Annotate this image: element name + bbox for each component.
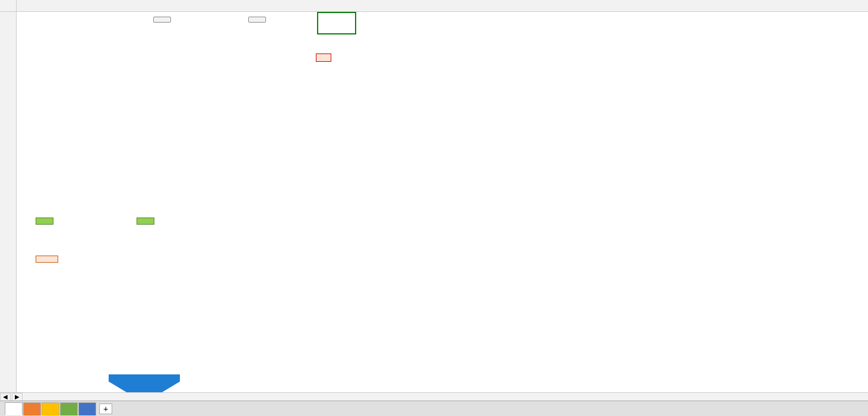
row-nums-sidebar [0, 12, 17, 392]
scroll-right-arrow[interactable]: ▶ [12, 393, 23, 401]
toggle-solution-button[interactable] [137, 218, 154, 225]
scroll-left-arrow[interactable]: ◀ [0, 393, 11, 401]
circles-container [394, 12, 868, 392]
tab-queryoptions[interactable] [78, 402, 96, 415]
tab-layout[interactable] [60, 402, 78, 415]
add-sheet-button[interactable]: + [99, 404, 112, 414]
show-settings-button[interactable] [153, 17, 171, 23]
cells-area [17, 12, 868, 392]
selected-cell-indicator [317, 12, 356, 34]
grid-area [0, 12, 868, 392]
tab-data[interactable] [42, 402, 59, 415]
rating-arrow-down [109, 382, 180, 392]
sheet-tabs: + [0, 401, 868, 416]
palette-box [316, 53, 331, 62]
corner-cell [0, 0, 17, 11]
toggle-design-button[interactable] [36, 218, 53, 225]
spreadsheet-container: ◀ ▶ + [0, 0, 868, 416]
clear-numbers-button[interactable] [36, 256, 58, 263]
info-box [36, 38, 313, 43]
horizontal-scrollbar[interactable]: ◀ ▶ [0, 392, 868, 401]
tab-difficulty[interactable] [23, 402, 41, 415]
col-headers-row [0, 0, 868, 12]
rating-container [109, 374, 180, 392]
hide-settings-button[interactable] [248, 17, 266, 23]
rating-label-box [109, 374, 180, 382]
tab-workspace[interactable] [5, 402, 23, 415]
